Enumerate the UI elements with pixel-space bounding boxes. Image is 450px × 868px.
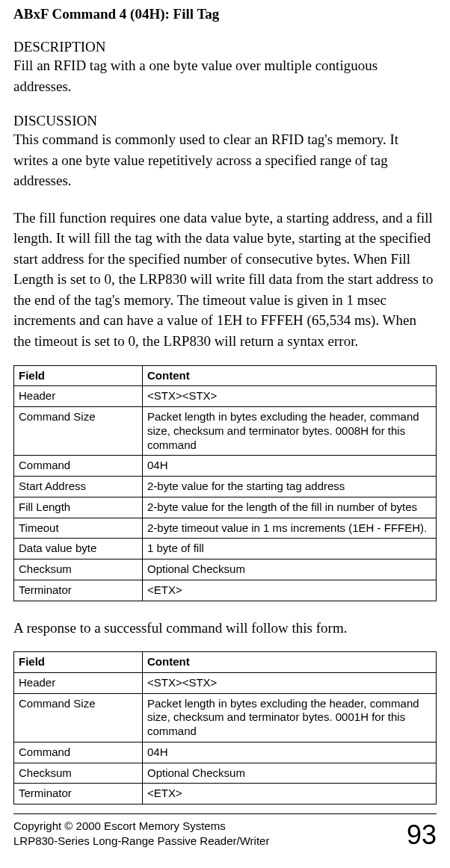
table-cell-field: Checksum	[14, 763, 143, 784]
page-footer: Copyright © 2000 Escort Memory Systems L…	[13, 813, 437, 849]
table-row: Command04H	[14, 456, 437, 477]
description-heading: DESCRIPTION	[13, 39, 437, 55]
table-cell-field: Terminator	[14, 784, 143, 805]
response-table: Field Content Header<STX><STX> Command S…	[13, 651, 437, 805]
table-cell-field: Command	[14, 742, 143, 763]
table-header-field: Field	[14, 652, 143, 673]
table-row: Data value byte1 byte of fill	[14, 539, 437, 559]
table-cell-field: Command	[14, 456, 143, 477]
table-cell-content: 04H	[143, 742, 437, 763]
table-header-row: Field Content	[14, 365, 437, 386]
table-row: Fill Length2-byte value for the length o…	[14, 497, 437, 518]
table-cell-content: Optional Checksum	[143, 559, 437, 580]
description-text: Fill an RFID tag with a one byte value o…	[13, 55, 437, 96]
table-header-content: Content	[143, 365, 437, 386]
table-header-content: Content	[143, 652, 437, 673]
page-number: 93	[407, 822, 437, 849]
table-cell-content: Packet length in bytes excluding the hea…	[143, 693, 437, 742]
table-cell-field: Fill Length	[14, 497, 143, 518]
table-cell-content: 2-byte timeout value in 1 ms increments …	[143, 518, 437, 539]
table-cell-content: 1 byte of fill	[143, 539, 437, 559]
table-cell-field: Header	[14, 386, 143, 407]
table-cell-content: <ETX>	[143, 580, 437, 601]
table-cell-content: <ETX>	[143, 784, 437, 805]
table-cell-content: Optional Checksum	[143, 763, 437, 784]
table-header-field: Field	[14, 365, 143, 386]
table-row: Header<STX><STX>	[14, 672, 437, 693]
table-cell-field: Command Size	[14, 407, 143, 456]
table-cell-content: <STX><STX>	[143, 386, 437, 407]
table-row: Header<STX><STX>	[14, 386, 437, 407]
table-row: Command SizePacket length in bytes exclu…	[14, 693, 437, 742]
table-cell-content: Packet length in bytes excluding the hea…	[143, 407, 437, 456]
table-cell-field: Data value byte	[14, 539, 143, 559]
footer-copyright: Copyright © 2000 Escort Memory Systems	[13, 819, 269, 834]
table-cell-content: 04H	[143, 456, 437, 477]
footer-product: LRP830-Series Long-Range Passive Reader/…	[13, 834, 269, 849]
table-cell-field: Timeout	[14, 518, 143, 539]
table-row: Timeout2-byte timeout value in 1 ms incr…	[14, 518, 437, 539]
discussion-text-2: The fill function requires one data valu…	[13, 208, 437, 352]
table-cell-field: Command Size	[14, 693, 143, 742]
table-cell-content: 2-byte value for the starting tag addres…	[143, 477, 437, 497]
table-cell-field: Start Address	[14, 477, 143, 497]
table-cell-field: Header	[14, 672, 143, 693]
table-row: Command SizePacket length in bytes exclu…	[14, 407, 437, 456]
table-cell-field: Checksum	[14, 559, 143, 580]
table-row: Command04H	[14, 742, 437, 763]
table-row: ChecksumOptional Checksum	[14, 763, 437, 784]
page-title: ABxF Command 4 (04H): Fill Tag	[13, 6, 437, 22]
discussion-text-1: This command is commonly used to clear a…	[13, 129, 437, 191]
table-row: Terminator<ETX>	[14, 580, 437, 601]
table-cell-content: 2-byte value for the length of the fill …	[143, 497, 437, 518]
footer-text: Copyright © 2000 Escort Memory Systems L…	[13, 819, 269, 849]
discussion-heading: DISCUSSION	[13, 113, 437, 129]
table-row: Terminator<ETX>	[14, 784, 437, 805]
response-intro: A response to a successful command will …	[13, 618, 437, 639]
command-table: Field Content Header<STX><STX> Command S…	[13, 365, 437, 601]
table-header-row: Field Content	[14, 652, 437, 673]
table-row: ChecksumOptional Checksum	[14, 559, 437, 580]
table-row: Start Address2-byte value for the starti…	[14, 477, 437, 497]
table-cell-content: <STX><STX>	[143, 672, 437, 693]
table-cell-field: Terminator	[14, 580, 143, 601]
